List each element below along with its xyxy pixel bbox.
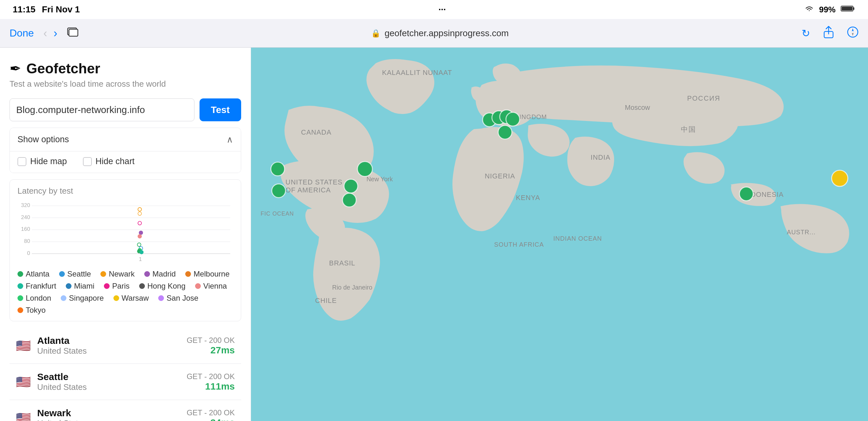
svg-text:KENYA: KENYA: [516, 194, 540, 202]
result-flag: 🇺🇸: [16, 411, 31, 421]
hide-chart-label: Hide chart: [96, 157, 135, 166]
compass-button[interactable]: [847, 26, 859, 40]
result-status: GET - 200 OK: [186, 408, 235, 417]
svg-text:CHILE: CHILE: [315, 296, 337, 304]
result-flag: 🇺🇸: [16, 375, 31, 389]
result-status: GET - 200 OK: [186, 336, 235, 345]
back-button[interactable]: ‹: [43, 27, 47, 40]
done-button[interactable]: Done: [9, 27, 34, 39]
result-item[interactable]: 🇺🇸 Atlanta United States GET - 200 OK 27…: [9, 328, 241, 364]
result-right: GET - 200 OK 111ms: [186, 372, 235, 392]
url-input[interactable]: [9, 98, 194, 121]
svg-text:1: 1: [139, 256, 142, 262]
legend-label: Frankfurt: [26, 282, 56, 291]
url-input-row: Test: [9, 98, 241, 121]
svg-rect-1: [853, 7, 854, 10]
result-city: Seattle: [37, 371, 186, 382]
wifi-icon: [804, 5, 814, 14]
legend-label: Warsaw: [122, 294, 149, 302]
legend-dot-icon: [18, 271, 23, 277]
result-city: Newark: [37, 408, 186, 418]
legend-item: Miami: [66, 282, 94, 291]
status-center: ···: [438, 4, 446, 14]
refresh-button[interactable]: ↻: [802, 27, 810, 39]
battery-text: 99%: [819, 5, 836, 14]
hide-map-label: Hide map: [30, 157, 67, 166]
result-info: Newark United States: [37, 408, 186, 421]
svg-point-53: [344, 180, 358, 193]
url-text: geofetcher.appsinprogress.com: [384, 28, 509, 38]
result-info: Seattle United States: [37, 371, 186, 392]
legend-label: Melbourne: [193, 269, 229, 279]
battery-icon: [841, 5, 855, 14]
options-panel: Show options ∧ Hide map Hide chart: [9, 128, 241, 173]
status-bar: 11:15 Fri Nov 1 ··· 99%: [0, 0, 868, 19]
result-item[interactable]: 🇺🇸 Newark United States GET - 200 OK 34m…: [9, 400, 241, 421]
hide-map-option: Hide map: [18, 157, 67, 166]
svg-point-60: [739, 187, 753, 201]
svg-point-54: [342, 193, 356, 207]
hide-map-checkbox[interactable]: [18, 157, 26, 166]
svg-point-24: [137, 243, 141, 247]
svg-text:Moscow: Moscow: [625, 103, 650, 111]
legend-item: London: [18, 294, 51, 302]
test-button[interactable]: Test: [199, 98, 241, 121]
app-title: Geofetcher: [26, 61, 100, 76]
legend-dot-icon: [144, 271, 150, 277]
browser-actions: ↻: [802, 26, 859, 41]
legend-label: Singapore: [69, 294, 103, 302]
app-logo-icon: ✒: [9, 60, 21, 76]
svg-text:AUSTR...: AUSTR...: [787, 229, 815, 235]
svg-text:240: 240: [21, 214, 30, 220]
result-right: GET - 200 OK 34ms: [186, 408, 235, 421]
result-item[interactable]: 🇺🇸 Seattle United States GET - 200 OK 11…: [9, 364, 241, 400]
browser-bar: Done ‹ › 🔒 geofetcher.appsinprogress.com…: [0, 19, 868, 47]
legend-dot-icon: [185, 271, 191, 277]
legend-label: Madrid: [153, 269, 176, 279]
result-info: Atlanta United States: [37, 335, 186, 356]
svg-point-19: [138, 208, 142, 211]
svg-text:РОССИЯ: РОССИЯ: [687, 94, 720, 102]
legend-dot-icon: [66, 283, 71, 289]
options-body: Hide map Hide chart: [10, 151, 241, 173]
chart-area: 320 240 160 80 0 1: [18, 201, 233, 264]
svg-point-20: [138, 212, 142, 215]
svg-text:中国: 中国: [681, 125, 696, 133]
result-time: 34ms: [186, 417, 235, 421]
legend-label: Tokyo: [26, 306, 46, 315]
tabs-button[interactable]: [67, 27, 79, 39]
legend-item: Seattle: [59, 269, 91, 279]
svg-text:INDIA: INDIA: [591, 153, 610, 161]
svg-text:NIGERIA: NIGERIA: [485, 172, 515, 180]
chart-legend: Atlanta Seattle Newark Madrid Melbourne …: [18, 269, 233, 315]
forward-button[interactable]: ›: [54, 27, 58, 40]
svg-text:BRASIL: BRASIL: [329, 259, 355, 267]
url-bar[interactable]: 🔒 geofetcher.appsinprogress.com: [88, 28, 793, 38]
chevron-up-icon: ∧: [226, 134, 233, 145]
legend-dot-icon: [104, 283, 110, 289]
svg-text:FIC OCEAN: FIC OCEAN: [260, 210, 294, 217]
chart-section: Latency by test 320 240 160 80 0: [9, 180, 241, 321]
share-button[interactable]: [823, 26, 834, 41]
legend-label: San Jose: [166, 294, 198, 302]
status-left: 11:15 Fri Nov 1: [13, 4, 80, 14]
legend-dot-icon: [100, 271, 106, 277]
legend-dot-icon: [139, 283, 145, 289]
chart-svg: 320 240 160 80 0 1: [18, 201, 233, 264]
svg-text:320: 320: [21, 202, 30, 208]
svg-text:New York: New York: [366, 175, 393, 183]
svg-text:INDIAN OCEAN: INDIAN OCEAN: [553, 235, 602, 242]
legend-item: Vienna: [195, 282, 227, 291]
svg-text:CANADA: CANADA: [301, 128, 332, 136]
legend-dot-icon: [18, 295, 23, 301]
hide-chart-checkbox[interactable]: [83, 157, 92, 166]
app-header: ✒ Geofetcher: [9, 60, 241, 76]
legend-item: Atlanta: [18, 269, 50, 279]
time: 11:15: [13, 4, 36, 14]
result-country: United States: [37, 382, 186, 392]
legend-label: Newark: [108, 269, 134, 279]
options-header[interactable]: Show options ∧: [10, 128, 241, 151]
svg-point-21: [138, 221, 142, 225]
svg-text:Rio de Janeiro: Rio de Janeiro: [332, 284, 372, 291]
result-flag: 🇺🇸: [16, 339, 31, 353]
